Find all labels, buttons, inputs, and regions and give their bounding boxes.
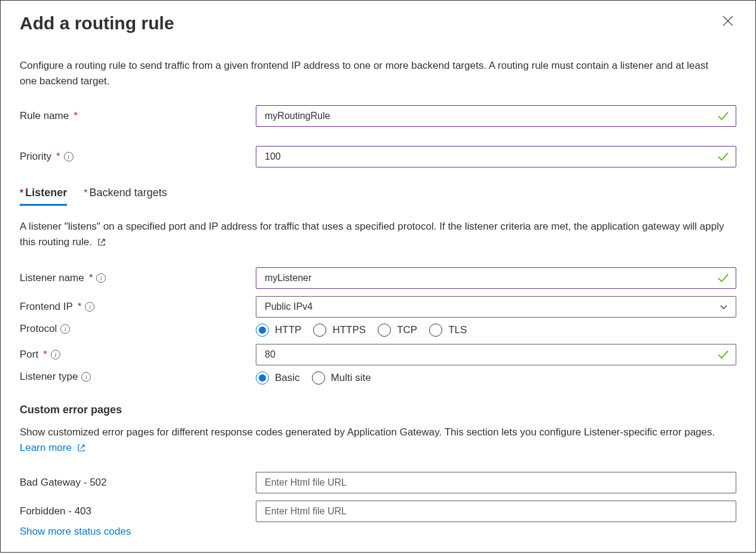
tab-backend-targets-label: Backend targets bbox=[90, 187, 167, 199]
valid-check-icon bbox=[717, 110, 729, 122]
protocol-radio-group: HTTP HTTPS TCP TLS bbox=[256, 321, 736, 337]
protocol-label: Protocol bbox=[20, 323, 57, 335]
radio-icon bbox=[313, 324, 326, 337]
close-icon bbox=[723, 16, 733, 26]
info-icon[interactable]: i bbox=[96, 273, 106, 283]
required-indicator: * bbox=[78, 301, 82, 313]
info-icon[interactable]: i bbox=[81, 372, 91, 382]
info-icon[interactable]: i bbox=[85, 302, 94, 312]
listener-name-label: Listener name bbox=[20, 272, 84, 284]
forbidden-label: Forbidden - 403 bbox=[20, 505, 91, 517]
bad-gateway-label: Bad Gateway - 502 bbox=[20, 477, 107, 489]
chevron-down-icon bbox=[719, 302, 729, 312]
listener-type-option-multisite[interactable]: Multi site bbox=[312, 371, 371, 385]
required-indicator: * bbox=[56, 151, 60, 163]
show-more-status-codes-link[interactable]: Show more status codes bbox=[20, 526, 736, 538]
listener-type-radio-group: Basic Multi site bbox=[256, 369, 736, 385]
frontend-ip-value: Public IPv4 bbox=[265, 301, 313, 312]
radio-icon bbox=[312, 371, 325, 385]
port-input[interactable] bbox=[256, 344, 736, 365]
listener-type-label: Listener type bbox=[20, 371, 78, 383]
required-indicator: * bbox=[43, 349, 47, 361]
bad-gateway-url-input[interactable] bbox=[256, 472, 736, 493]
info-icon[interactable]: i bbox=[64, 152, 74, 161]
info-icon[interactable]: i bbox=[60, 324, 70, 334]
protocol-option-http[interactable]: HTTP bbox=[256, 324, 301, 337]
rule-name-label: Rule name bbox=[20, 110, 69, 122]
protocol-option-tls[interactable]: TLS bbox=[429, 324, 467, 337]
protocol-option-tcp[interactable]: TCP bbox=[378, 324, 417, 337]
port-label: Port bbox=[20, 349, 38, 361]
external-link-icon[interactable] bbox=[97, 238, 106, 246]
custom-error-pages-description: Show customized error pages for differen… bbox=[20, 425, 736, 455]
listener-tab-description: A listener "listens" on a specified port… bbox=[20, 219, 731, 249]
tab-backend-targets[interactable]: *Backend targets bbox=[84, 187, 167, 206]
radio-icon bbox=[256, 324, 269, 337]
page-title: Add a routing rule bbox=[20, 13, 174, 34]
listener-type-option-basic[interactable]: Basic bbox=[256, 371, 300, 385]
forbidden-url-input[interactable] bbox=[256, 501, 736, 522]
radio-icon bbox=[429, 324, 442, 337]
priority-label: Priority bbox=[20, 151, 51, 163]
valid-check-icon bbox=[717, 151, 729, 163]
tabs-row: *Listener *Backend targets bbox=[20, 187, 736, 206]
protocol-option-https[interactable]: HTTPS bbox=[313, 324, 366, 337]
add-routing-rule-panel: Add a routing rule Configure a routing r… bbox=[0, 0, 756, 553]
frontend-ip-label: Frontend IP bbox=[20, 301, 73, 313]
tab-listener[interactable]: *Listener bbox=[20, 187, 67, 206]
radio-icon bbox=[256, 371, 269, 385]
rule-name-input[interactable] bbox=[256, 105, 736, 127]
intro-text: Configure a routing rule to send traffic… bbox=[20, 58, 725, 89]
valid-check-icon bbox=[717, 349, 729, 361]
required-indicator: * bbox=[89, 272, 93, 284]
close-button[interactable] bbox=[720, 13, 736, 29]
radio-icon bbox=[378, 324, 391, 337]
valid-check-icon bbox=[717, 272, 729, 284]
frontend-ip-select[interactable]: Public IPv4 bbox=[256, 296, 736, 318]
learn-more-link[interactable]: Learn more bbox=[20, 442, 85, 453]
priority-input[interactable] bbox=[256, 146, 736, 167]
tab-listener-label: Listener bbox=[25, 187, 67, 199]
custom-error-pages-heading: Custom error pages bbox=[20, 404, 736, 416]
external-link-icon bbox=[77, 444, 85, 452]
required-indicator: * bbox=[74, 110, 78, 122]
info-icon[interactable]: i bbox=[51, 350, 60, 359]
listener-name-input[interactable] bbox=[256, 267, 736, 289]
